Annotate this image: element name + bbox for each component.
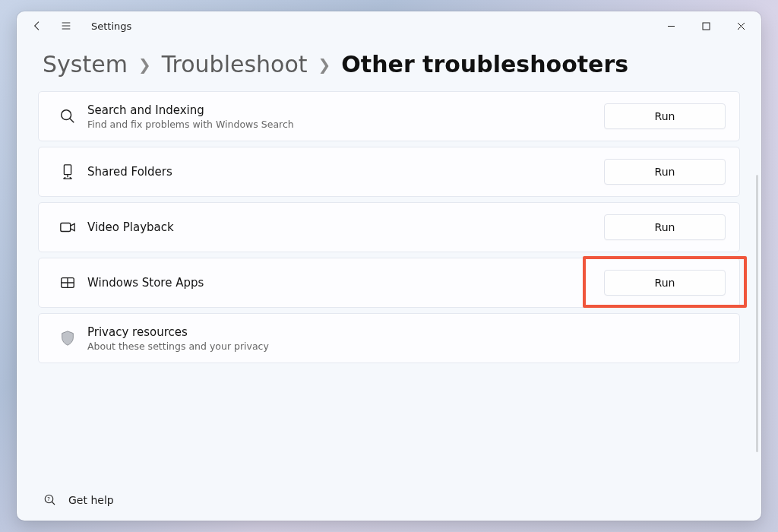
item-subtitle: About these settings and your privacy — [87, 340, 726, 352]
privacy-resources[interactable]: Privacy resources About these settings a… — [38, 313, 740, 363]
troubleshooter-windows-store-apps: Windows Store Apps Run — [38, 258, 740, 308]
close-button[interactable] — [723, 14, 758, 38]
footer: ? Get help — [17, 483, 761, 521]
breadcrumb-current: Other troubleshooters — [341, 51, 628, 78]
shield-icon — [52, 330, 83, 347]
troubleshooter-shared-folders: Shared Folders Run — [38, 147, 740, 197]
app-name: Settings — [91, 21, 131, 32]
svg-rect-2 — [64, 165, 71, 175]
chevron-right-icon: ❯ — [138, 55, 151, 74]
item-title: Search and Indexing — [87, 103, 604, 117]
breadcrumb-system[interactable]: System — [43, 51, 128, 78]
troubleshooter-search-indexing: Search and Indexing Find and fix problem… — [38, 91, 740, 141]
item-title: Shared Folders — [87, 165, 604, 179]
settings-window: Settings System ❯ Troubleshoot ❯ Other t… — [17, 11, 761, 521]
item-title: Video Playback — [87, 220, 604, 234]
svg-rect-3 — [61, 223, 71, 232]
menu-icon[interactable] — [55, 14, 77, 37]
run-button[interactable]: Run — [604, 214, 726, 240]
run-button[interactable]: Run — [604, 103, 726, 129]
svg-text:?: ? — [47, 496, 50, 502]
svg-rect-0 — [703, 23, 710, 30]
maximize-button[interactable] — [688, 14, 723, 38]
scrollbar[interactable] — [756, 175, 758, 452]
run-button[interactable]: Run — [604, 159, 726, 185]
help-icon: ? — [43, 493, 58, 507]
search-icon — [52, 108, 83, 125]
back-button[interactable] — [26, 14, 49, 37]
svg-point-1 — [62, 110, 71, 120]
troubleshooter-video-playback: Video Playback Run — [38, 202, 740, 252]
run-button[interactable]: Run — [604, 270, 726, 296]
store-icon — [52, 274, 83, 291]
minimize-button[interactable] — [653, 14, 688, 38]
item-subtitle: Find and fix problems with Windows Searc… — [87, 119, 604, 130]
get-help-link[interactable]: Get help — [68, 494, 114, 506]
chevron-right-icon: ❯ — [318, 55, 331, 74]
video-icon — [52, 219, 83, 236]
item-title: Privacy resources — [87, 325, 726, 339]
titlebar: Settings — [17, 11, 761, 40]
content-area: Search and Indexing Find and fix problem… — [17, 91, 761, 483]
shared-folder-icon — [52, 163, 83, 180]
breadcrumb-troubleshoot[interactable]: Troubleshoot — [162, 51, 308, 78]
breadcrumb: System ❯ Troubleshoot ❯ Other troublesho… — [17, 40, 761, 91]
item-title: Windows Store Apps — [87, 276, 604, 290]
